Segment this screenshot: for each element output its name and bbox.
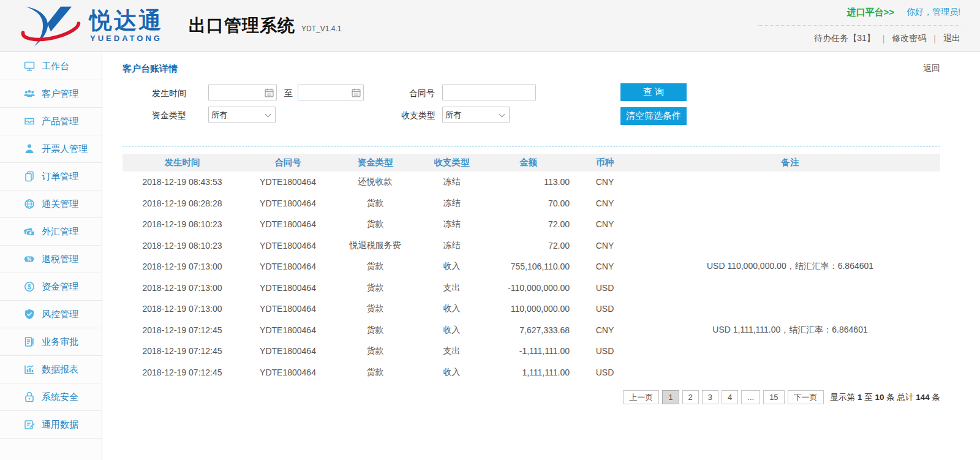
prev-page-button[interactable]: 上一页 [623, 390, 659, 404]
contract-no-input[interactable] [442, 85, 536, 100]
sidebar-item-customers[interactable]: 客户管理 [0, 80, 102, 108]
sidebar-item-products[interactable]: 产品管理 [0, 108, 102, 135]
page-button-4[interactable]: 4 [722, 390, 738, 404]
page-button-15[interactable]: 15 [763, 390, 784, 404]
clear-filters-button[interactable]: 清空筛选条件 [620, 107, 687, 125]
sidebar-item-common-data[interactable]: 通用数据 [0, 411, 102, 439]
cell-contract: YDTE1800464 [242, 193, 334, 214]
svg-text:%: % [27, 256, 32, 262]
table-row: 2018-12-19 07:12:45YDTE1800464货款收入1,111,… [123, 362, 940, 383]
cell-time: 2018-12-19 07:13:00 [123, 298, 242, 320]
sidebar-item-customs[interactable]: 通关管理 [0, 190, 102, 218]
sidebar-item-funds[interactable]: $资金管理 [0, 273, 102, 301]
cell-flow-type: 支出 [417, 341, 487, 362]
cell-fund-type: 货款 [334, 214, 417, 235]
sidebar-item-risk[interactable]: 风控管理 [0, 301, 102, 328]
column-header: 金额 [487, 154, 570, 172]
cell-currency: USD [570, 277, 640, 299]
cell-currency: CNY [570, 320, 640, 341]
page-button-1[interactable]: 1 [662, 390, 679, 404]
cell-remark [640, 362, 940, 383]
common-data-icon [23, 418, 36, 431]
cell-fund-type: 悦退税服务费 [334, 235, 417, 257]
cell-contract: YDTE1800464 [242, 298, 334, 320]
system-title: 出口管理系统 [189, 14, 295, 37]
search-button[interactable]: 查 询 [620, 83, 687, 101]
flow-type-label: 收支类型 [401, 110, 435, 121]
sidebar-item-label: 工作台 [42, 61, 69, 72]
table-row: 2018-12-19 07:13:00YDTE1800464货款收入110,00… [123, 298, 940, 320]
system-version: YDT_V1.4.1 [301, 25, 341, 33]
cell-remark: USD 110,000,000.00，结汇汇率：6.864601 [640, 256, 940, 277]
cell-time: 2018-12-19 07:12:45 [123, 320, 242, 341]
page-button-2[interactable]: 2 [682, 390, 699, 404]
table-row: 2018-12-19 07:12:45YDTE1800464货款收入7,627,… [123, 320, 940, 341]
sidebar-item-label: 通用数据 [42, 419, 78, 431]
cell-fund-type: 货款 [334, 193, 417, 214]
security-icon [23, 391, 36, 403]
cell-amount: -110,000,000.00 [487, 277, 570, 299]
back-link[interactable]: 返回 [923, 63, 940, 74]
cell-remark: USD 1,111,111.00，结汇汇率：6.864601 [640, 320, 940, 341]
sidebar-item-forex[interactable]: 外汇管理 [0, 218, 102, 246]
table-row: 2018-12-19 08:43:53YDTE1800464还悦收款冻结113.… [123, 172, 940, 193]
cell-flow-type: 收入 [417, 256, 487, 277]
calendar-icon[interactable] [351, 88, 361, 98]
cell-currency: CNY [570, 256, 640, 277]
flow-type-select[interactable]: 所有 [442, 107, 510, 123]
ellipsis-page-button[interactable]: ... [741, 390, 760, 404]
change-password-link[interactable]: 修改密码 [892, 33, 926, 44]
occur-time-label: 发生时间 [152, 88, 186, 99]
cell-currency: CNY [570, 235, 640, 257]
sidebar-item-tax-refund[interactable]: %退税管理 [0, 246, 102, 273]
pagination-summary: 显示第 1 至 10 条 总计 144 条 [831, 392, 940, 403]
monitor-icon [23, 60, 36, 72]
sidebar-item-label: 通关管理 [42, 198, 78, 210]
sidebar-item-security[interactable]: 系统安全 [0, 383, 102, 411]
page-button-3[interactable]: 3 [702, 390, 718, 404]
calendar-icon[interactable] [264, 88, 274, 98]
cell-remark [640, 277, 940, 299]
customers-icon [23, 88, 36, 100]
contract-no-label: 合同号 [409, 88, 435, 99]
brand-name-en: YUEDATONG [89, 34, 163, 43]
sidebar-item-label: 业务审批 [42, 336, 78, 348]
filter-panel: 发生时间 至 合同号 资金类型 所有 收支类型 所有 查 询 清空筛选条件 [123, 78, 940, 142]
user-greeting: 你好，管理员! [907, 7, 960, 18]
import-platform-link[interactable]: 进口平台>> [847, 7, 895, 18]
sidebar-item-monitor[interactable]: 工作台 [0, 53, 102, 80]
cell-flow-type: 冻结 [417, 214, 487, 235]
pagination: 上一页1234...15下一页显示第 1 至 10 条 总计 144 条 [123, 390, 940, 404]
next-page-button[interactable]: 下一页 [788, 390, 824, 404]
cell-currency: CNY [570, 214, 640, 235]
cell-time: 2018-12-19 07:13:00 [123, 256, 242, 277]
sidebar-item-label: 系统安全 [42, 391, 78, 403]
cell-flow-type: 收入 [417, 362, 487, 383]
sidebar-item-reports[interactable]: 数据报表 [0, 356, 102, 383]
date-from-field [208, 85, 277, 100]
divider: | [883, 34, 885, 43]
svg-text:$: $ [28, 283, 31, 290]
sidebar-item-orders[interactable]: 订单管理 [0, 163, 102, 190]
fund-type-field: 所有 [208, 107, 276, 123]
reports-icon [23, 363, 36, 375]
sidebar-item-approval[interactable]: 业务审批 [0, 328, 102, 356]
todo-tasks-link[interactable]: 待办任务【31】 [814, 33, 875, 44]
column-header: 合同号 [242, 154, 334, 172]
cell-remark [640, 298, 940, 320]
sidebar-item-label: 数据报表 [42, 364, 78, 375]
cell-amount: 72.00 [487, 214, 570, 235]
customs-icon [23, 198, 36, 210]
sidebar-item-invoicer[interactable]: 开票人管理 [0, 135, 102, 163]
table-row: 2018-12-19 08:10:23YDTE1800464悦退税服务费冻结72… [123, 235, 940, 257]
logout-link[interactable]: 退出 [943, 33, 960, 44]
fund-type-select[interactable]: 所有 [208, 107, 276, 123]
date-to-input[interactable] [298, 85, 349, 100]
funds-icon: $ [23, 281, 36, 293]
sidebar-item-label: 资金管理 [42, 281, 78, 293]
yuedatong-logo: 悦达通 YUEDATONG [17, 4, 163, 48]
date-from-input[interactable] [209, 85, 262, 100]
cell-contract: YDTE1800464 [242, 214, 334, 235]
cell-contract: YDTE1800464 [242, 320, 334, 341]
cell-time: 2018-12-19 08:28:28 [123, 193, 242, 214]
